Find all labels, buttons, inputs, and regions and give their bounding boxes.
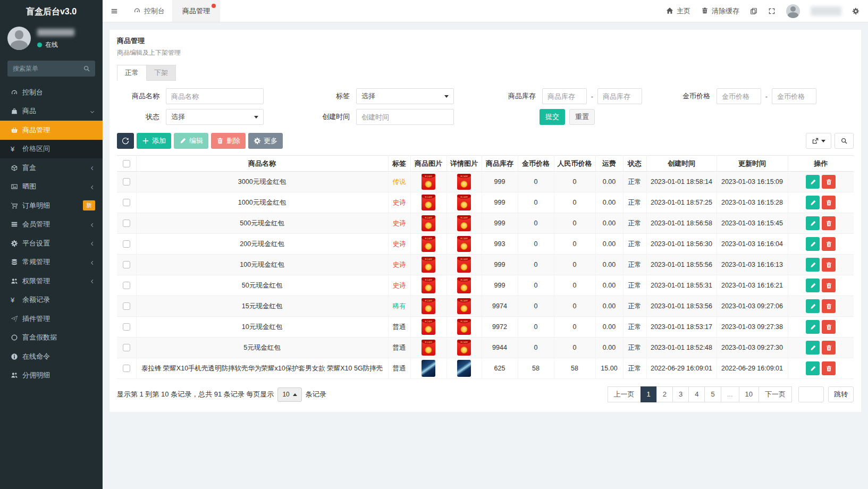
- sidebar-item-订单明细[interactable]: 订单明细新: [0, 196, 103, 215]
- copy-icon[interactable]: [750, 7, 757, 15]
- row-edit-button[interactable]: [806, 175, 820, 189]
- red-envelope-image[interactable]: 恭喜发财: [457, 319, 471, 335]
- page-button-10[interactable]: 10: [739, 386, 759, 402]
- red-envelope-image[interactable]: 恭喜发财: [422, 277, 435, 293]
- add-button[interactable]: 添加: [137, 133, 171, 149]
- sidebar-item-在线命令[interactable]: 在线命令: [0, 347, 103, 366]
- edit-button[interactable]: 编辑: [174, 133, 208, 149]
- row-delete-button[interactable]: [822, 279, 836, 292]
- row-checkbox[interactable]: [123, 220, 130, 227]
- sidebar-item-平台设置[interactable]: 平台设置: [0, 234, 103, 253]
- name-filter-input[interactable]: [166, 88, 264, 104]
- page-jump-input[interactable]: [798, 386, 824, 402]
- row-checkbox[interactable]: [123, 323, 130, 331]
- column-header-运费[interactable]: 运费: [595, 156, 623, 172]
- row-delete-button[interactable]: [822, 361, 836, 375]
- red-envelope-image[interactable]: 恭喜发财: [422, 298, 435, 314]
- status-filter-select[interactable]: 选择: [166, 109, 264, 125]
- sidebar-item-控制台[interactable]: 控制台: [0, 83, 103, 102]
- stock-min-input[interactable]: [542, 88, 587, 104]
- red-envelope-image[interactable]: 恭喜发财: [457, 257, 471, 273]
- sidebar-item-商品[interactable]: 商品: [0, 102, 103, 121]
- page-button-5[interactable]: 5: [704, 386, 721, 402]
- sidebar-item-盲盒[interactable]: 盲盒: [0, 158, 103, 178]
- row-delete-button[interactable]: [822, 237, 836, 251]
- column-header-商品图片[interactable]: 商品图片: [410, 156, 446, 172]
- stock-max-input[interactable]: [597, 88, 642, 104]
- navbar-avatar[interactable]: [786, 4, 800, 18]
- row-edit-button[interactable]: [806, 196, 820, 209]
- sidebar-item-权限管理[interactable]: 权限管理: [0, 272, 103, 291]
- tab-offshelf[interactable]: 下架: [147, 65, 176, 81]
- red-envelope-image[interactable]: 恭喜发财: [422, 257, 435, 273]
- red-envelope-image[interactable]: 恭喜发财: [422, 195, 435, 210]
- row-edit-button[interactable]: [806, 279, 820, 292]
- row-edit-button[interactable]: [806, 320, 820, 334]
- red-envelope-image[interactable]: 恭喜发财: [422, 174, 435, 190]
- row-checkbox[interactable]: [123, 199, 130, 206]
- phone-case-image[interactable]: [422, 360, 435, 377]
- sidebar-item-余额记录[interactable]: ¥余额记录: [0, 291, 103, 310]
- sidebar-item-常规管理[interactable]: 常规管理: [0, 253, 103, 272]
- row-checkbox[interactable]: [123, 240, 130, 248]
- row-edit-button[interactable]: [806, 216, 820, 230]
- row-checkbox[interactable]: [123, 302, 130, 310]
- red-envelope-image[interactable]: 恭喜发财: [422, 319, 435, 335]
- red-envelope-image[interactable]: 恭喜发财: [422, 236, 435, 252]
- table-search-button[interactable]: [835, 133, 854, 149]
- tab-normal[interactable]: 正常: [117, 65, 147, 81]
- submit-button[interactable]: 提交: [540, 109, 565, 125]
- tag-filter-select[interactable]: 选择: [356, 88, 454, 104]
- row-edit-button[interactable]: [806, 258, 820, 272]
- red-envelope-image[interactable]: 恭喜发财: [422, 215, 435, 231]
- row-edit-button[interactable]: [806, 237, 820, 251]
- reset-button[interactable]: 重置: [569, 109, 595, 125]
- page-button-1[interactable]: 1: [641, 386, 657, 402]
- column-header-更新时间[interactable]: 更新时间: [717, 156, 788, 172]
- column-header-人民币价格[interactable]: 人民币价格: [554, 156, 595, 172]
- column-header-商品库存[interactable]: 商品库存: [482, 156, 518, 172]
- red-envelope-image[interactable]: 恭喜发财: [457, 277, 471, 293]
- row-delete-button[interactable]: [822, 216, 836, 230]
- search-menu-input[interactable]: [7, 61, 95, 77]
- prev-page-button[interactable]: 上一页: [608, 386, 641, 402]
- page-button-2[interactable]: 2: [656, 386, 673, 402]
- gold-max-input[interactable]: [772, 88, 816, 104]
- row-checkbox[interactable]: [123, 261, 130, 268]
- search-icon[interactable]: [83, 65, 90, 73]
- row-checkbox[interactable]: [123, 178, 130, 186]
- row-checkbox[interactable]: [123, 365, 130, 372]
- fullscreen-icon[interactable]: [768, 7, 776, 15]
- red-envelope-image[interactable]: 恭喜发财: [457, 174, 471, 190]
- red-envelope-image[interactable]: 恭喜发财: [422, 340, 435, 356]
- row-delete-button[interactable]: [822, 196, 836, 209]
- row-edit-button[interactable]: [806, 299, 820, 313]
- more-button[interactable]: 更多: [248, 133, 283, 149]
- red-envelope-image[interactable]: 恭喜发财: [457, 298, 471, 314]
- column-header-详情图片[interactable]: 详情图片: [446, 156, 482, 172]
- row-delete-button[interactable]: [822, 341, 836, 355]
- sidebar-item-分佣明细[interactable]: 分佣明细: [0, 366, 103, 385]
- page-jump-button[interactable]: 跳转: [828, 386, 854, 402]
- red-envelope-image[interactable]: 恭喜发财: [457, 215, 471, 231]
- nav-console[interactable]: 控制台: [126, 0, 172, 22]
- column-header-操作[interactable]: 操作: [788, 156, 854, 172]
- navbar-username-redacted[interactable]: [811, 6, 841, 16]
- export-button[interactable]: [806, 133, 831, 149]
- row-edit-button[interactable]: [806, 341, 820, 355]
- page-button-3[interactable]: 3: [672, 386, 689, 402]
- row-delete-button[interactable]: [822, 258, 836, 272]
- phone-case-image[interactable]: [457, 360, 471, 377]
- row-edit-button[interactable]: [806, 361, 820, 375]
- clear-cache-link[interactable]: 清除缓存: [701, 6, 739, 16]
- sidebar-item-盲盒假数据[interactable]: 盲盒假数据: [0, 328, 103, 348]
- sidebar-item-插件管理[interactable]: 插件管理: [0, 309, 103, 328]
- row-delete-button[interactable]: [822, 299, 836, 313]
- tab-close-dot[interactable]: [212, 4, 216, 8]
- sidebar-item-价格区间[interactable]: ¥价格区间: [0, 140, 103, 159]
- sidebar-item-晒图[interactable]: 晒图: [0, 178, 103, 197]
- red-envelope-image[interactable]: 恭喜发财: [457, 340, 471, 356]
- page-button-4[interactable]: 4: [688, 386, 705, 402]
- next-page-button[interactable]: 下一页: [759, 386, 792, 402]
- red-envelope-image[interactable]: 恭喜发财: [457, 195, 471, 210]
